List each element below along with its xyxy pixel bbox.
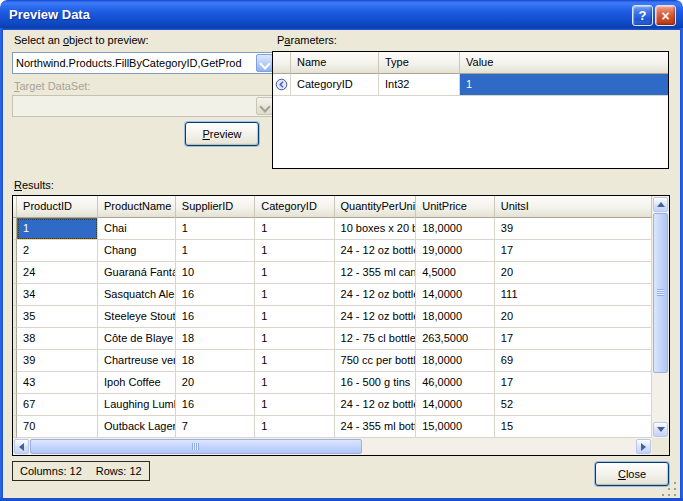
result-cell[interactable]: 1 [255,372,334,394]
result-cell[interactable]: 70 [17,416,98,438]
result-cell[interactable]: 1 [176,218,255,240]
result-cell[interactable]: 24 [17,262,98,284]
results-column-header[interactable]: ProductID [17,196,98,218]
result-cell[interactable]: 10 [176,262,255,284]
result-cell[interactable]: 1 [255,306,334,328]
help-button[interactable]: ? [632,5,653,26]
results-column-header[interactable]: QuantityPerUnit [335,196,417,218]
result-cell[interactable]: 750 cc per bottle [335,350,417,372]
result-cell[interactable]: Laughing Lumbe... [98,394,176,416]
result-cell[interactable]: 1 [255,262,334,284]
vertical-scroll-thumb[interactable] [653,213,668,373]
result-cell[interactable]: 24 - 12 oz bottles [335,306,417,328]
result-cell[interactable]: 16 [176,284,255,306]
result-cell[interactable]: 16 [176,394,255,416]
result-cell[interactable]: Côte de Blaye [98,328,176,350]
result-cell[interactable]: 34 [17,284,98,306]
scroll-left-button[interactable] [14,439,29,454]
result-cell[interactable]: 38 [17,328,98,350]
result-cell[interactable]: 69 [495,350,652,372]
result-cell[interactable]: 12 - 75 cl bottles [335,328,417,350]
result-cell[interactable]: 1 [176,240,255,262]
result-cell[interactable]: Sasquatch Ale [98,284,176,306]
result-cell[interactable]: Guaraná Fantás... [98,262,176,284]
resize-grip[interactable] [662,482,677,497]
result-cell[interactable]: 14,0000 [416,394,495,416]
parameters-column-value[interactable]: Value [460,52,668,74]
result-cell[interactable]: 20 [176,372,255,394]
result-cell[interactable]: 18,0000 [416,306,495,328]
parameters-column-type[interactable]: Type [379,52,460,74]
parameters-column-name[interactable]: Name [291,52,379,74]
result-cell[interactable]: 1 [255,218,334,240]
result-cell[interactable]: 24 - 12 oz bottles [335,284,417,306]
result-cell[interactable]: 17 [495,240,652,262]
preview-button[interactable]: Preview [185,122,259,146]
result-cell[interactable]: Chang [98,240,176,262]
result-cell[interactable]: 4,5000 [416,262,495,284]
result-cell[interactable]: Chai [98,218,176,240]
scroll-up-button[interactable] [653,197,668,212]
horizontal-scrollbar[interactable] [13,438,652,455]
result-cell[interactable]: 24 - 12 oz bottles [335,240,417,262]
result-cell[interactable]: 24 - 355 ml bottles [335,416,417,438]
parameter-type-cell[interactable]: Int32 [379,74,460,96]
results-column-header[interactable]: ProductName [98,196,176,218]
results-column-header[interactable]: CategoryID [255,196,334,218]
titlebar[interactable]: Preview Data ? × [0,0,683,30]
result-cell[interactable]: 7 [176,416,255,438]
result-cell[interactable]: 263,5000 [416,328,495,350]
result-cell[interactable]: 1 [255,416,334,438]
result-cell[interactable]: 16 [176,306,255,328]
result-cell[interactable]: 1 [255,328,334,350]
result-cell[interactable]: 17 [495,372,652,394]
parameter-value-cell[interactable]: 1 [460,74,668,96]
result-cell[interactable]: 20 [495,306,652,328]
result-cell[interactable]: 19,0000 [416,240,495,262]
result-cell[interactable]: 15 [495,416,652,438]
result-cell[interactable]: 67 [17,394,98,416]
result-cell[interactable]: Ipoh Coffee [98,372,176,394]
result-cell[interactable]: 52 [495,394,652,416]
object-selector-combobox[interactable]: Northwind.Products.FillByCategoryID,GetP… [12,52,275,74]
result-cell[interactable]: 1 [255,394,334,416]
result-cell[interactable]: 20 [495,262,652,284]
results-column-header[interactable]: UnitPrice [416,196,495,218]
result-cell[interactable]: 39 [495,218,652,240]
result-cell[interactable]: 17 [495,328,652,350]
results-column-header[interactable]: UnitsI [495,196,652,218]
result-cell[interactable]: 2 [17,240,98,262]
close-window-button[interactable]: × [655,5,676,26]
result-cell[interactable]: 10 boxes x 20 b... [335,218,417,240]
result-cell[interactable]: 39 [17,350,98,372]
result-cell[interactable]: 1 [255,284,334,306]
scroll-down-button[interactable] [653,422,668,437]
result-cell[interactable]: 1 [255,350,334,372]
result-cell[interactable]: 1 [17,218,98,240]
result-cell[interactable]: 43 [17,372,98,394]
result-cell[interactable]: 18 [176,350,255,372]
result-cell[interactable]: 14,0000 [416,284,495,306]
results-column-header[interactable]: SupplierID [176,196,255,218]
result-cell[interactable]: 18 [176,328,255,350]
chevron-down-icon[interactable] [256,54,273,72]
result-cell[interactable]: 111 [495,284,652,306]
result-cell[interactable]: 15,0000 [416,416,495,438]
result-cell[interactable]: 24 - 12 oz bottles [335,394,417,416]
vertical-scrollbar[interactable] [652,196,669,438]
result-cell[interactable]: 18,0000 [416,218,495,240]
result-cell[interactable]: Chartreuse verte [98,350,176,372]
horizontal-scroll-thumb[interactable] [30,439,362,454]
label-text: lose [626,468,646,480]
result-cell[interactable]: 18,0000 [416,350,495,372]
result-cell[interactable]: Outback Lager [98,416,176,438]
result-cell[interactable]: 46,0000 [416,372,495,394]
close-button[interactable]: Close [595,462,669,486]
parameter-name-cell[interactable]: CategoryID [291,74,379,96]
result-cell[interactable]: Steeleye Stout [98,306,176,328]
result-cell[interactable]: 1 [255,240,334,262]
scroll-right-button[interactable] [636,439,651,454]
result-cell[interactable]: 35 [17,306,98,328]
result-cell[interactable]: 16 - 500 g tins [335,372,417,394]
result-cell[interactable]: 12 - 355 ml cans [335,262,417,284]
